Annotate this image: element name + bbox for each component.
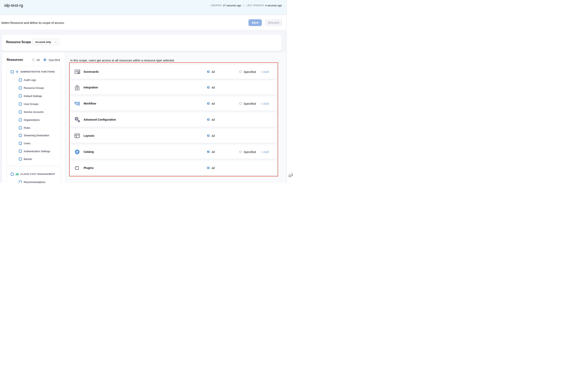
svg-text:$: $ <box>16 174 17 175</box>
